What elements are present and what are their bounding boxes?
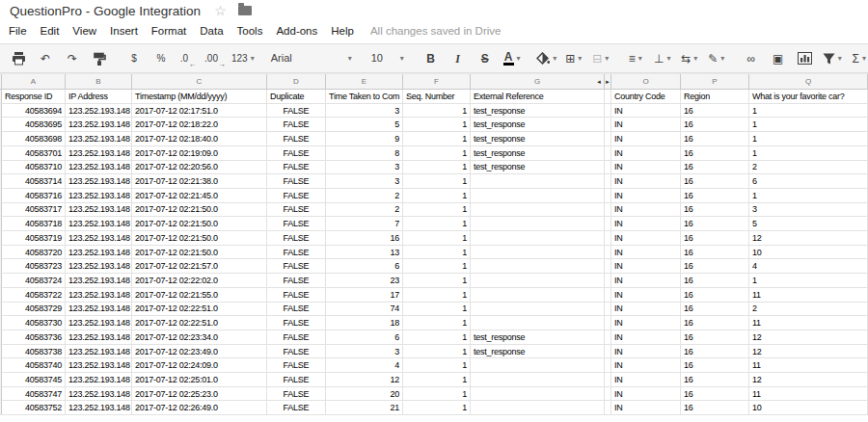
cell-D10[interactable]: FALSE xyxy=(267,217,326,230)
cell-E16[interactable]: 74 xyxy=(326,303,403,316)
hidden-columns-strip[interactable] xyxy=(605,189,611,202)
cell-D12[interactable]: FALSE xyxy=(267,246,326,259)
cell-E3[interactable]: 5 xyxy=(326,118,403,131)
cell-B13[interactable]: 123.252.193.148 xyxy=(66,259,132,273)
cell-P14[interactable]: 16 xyxy=(681,274,749,287)
cell-C21[interactable]: 2017-07-12 02:25:01.0 xyxy=(132,373,267,386)
cell-A3[interactable]: 40583695 xyxy=(2,118,66,131)
hidden-columns-strip[interactable] xyxy=(605,174,611,188)
cell-E10[interactable]: 7 xyxy=(326,217,403,230)
cell-B14[interactable]: 123.252.193.148 xyxy=(66,274,132,287)
cell-D4[interactable]: FALSE xyxy=(267,132,326,145)
cell-E19[interactable]: 3 xyxy=(326,345,403,358)
cell-C11[interactable]: 2017-07-12 02:21:50.0 xyxy=(132,231,267,245)
cell-Q5[interactable]: 1 xyxy=(749,146,868,160)
insert-comment-button[interactable]: ▣ xyxy=(765,47,792,70)
cell-D17[interactable]: FALSE xyxy=(267,316,326,330)
cell-D21[interactable]: FALSE xyxy=(267,373,326,386)
hidden-columns-strip[interactable] xyxy=(605,231,611,245)
cell-O11[interactable]: IN xyxy=(611,231,681,245)
cell-Q21[interactable]: 12 xyxy=(749,373,868,386)
cell-P8[interactable]: 16 xyxy=(681,189,749,202)
bold-button[interactable]: B xyxy=(418,47,445,70)
menu-view[interactable]: View xyxy=(66,23,103,39)
cell-Q20[interactable]: 11 xyxy=(749,358,868,372)
borders-button[interactable]: ⊞▾ xyxy=(560,47,587,70)
cell-E12[interactable]: 13 xyxy=(326,246,403,259)
hidden-columns-strip[interactable] xyxy=(605,146,611,160)
cell-G21[interactable] xyxy=(471,373,605,386)
cell-E22[interactable]: 20 xyxy=(326,387,403,401)
cell-C3[interactable]: 2017-07-12 02:18:22.0 xyxy=(132,118,267,131)
hidden-columns-strip[interactable] xyxy=(605,330,611,344)
filter-button[interactable]: ▾ xyxy=(819,47,846,70)
cell-F13[interactable]: 1 xyxy=(403,259,471,273)
cell-O18[interactable]: IN xyxy=(611,330,681,344)
cell-P16[interactable]: 16 xyxy=(681,303,749,316)
cell-G12[interactable] xyxy=(471,246,605,259)
cell-P15[interactable]: 16 xyxy=(681,288,749,302)
cell-G16[interactable] xyxy=(471,303,605,316)
cell-Q3[interactable]: 1 xyxy=(749,118,868,131)
hidden-columns-strip[interactable] xyxy=(605,90,611,103)
cell-D15[interactable]: FALSE xyxy=(267,288,326,302)
cell-O6[interactable]: IN xyxy=(611,161,681,174)
horizontal-align-button[interactable]: ≡▾ xyxy=(622,47,649,70)
cell-G9[interactable] xyxy=(471,203,605,217)
column-header-P[interactable]: P xyxy=(681,74,749,89)
cell-D23[interactable]: FALSE xyxy=(267,401,326,414)
cell-G8[interactable] xyxy=(471,189,605,202)
hidden-columns-strip[interactable] xyxy=(605,288,611,302)
cell-D20[interactable]: FALSE xyxy=(267,358,326,372)
cell-Q14[interactable]: 1 xyxy=(749,274,868,287)
cell-E7[interactable]: 3 xyxy=(326,174,403,188)
cell-C22[interactable]: 2017-07-12 02:25:23.0 xyxy=(132,387,267,401)
text-wrapping-button[interactable]: ⇆▾ xyxy=(676,47,703,70)
format-percent-button[interactable]: % xyxy=(148,47,175,70)
cell-O1[interactable]: Country Code xyxy=(611,90,681,103)
cell-C18[interactable]: 2017-07-12 02:23:34.0 xyxy=(132,330,267,344)
cell-C13[interactable]: 2017-07-12 02:21:57.0 xyxy=(132,259,267,273)
cell-C1[interactable]: Timestamp (MM/dd/yyyy) xyxy=(132,90,267,103)
cell-F10[interactable]: 1 xyxy=(403,217,471,230)
cell-B23[interactable]: 123.252.193.148 xyxy=(66,401,132,414)
cell-P4[interactable]: 16 xyxy=(681,132,749,145)
cell-P18[interactable]: 16 xyxy=(681,330,749,344)
cell-B17[interactable]: 123.252.193.148 xyxy=(66,316,132,330)
cell-F22[interactable]: 1 xyxy=(403,387,471,401)
cell-P7[interactable]: 16 xyxy=(681,174,749,188)
column-header-G[interactable]: G◄ xyxy=(471,74,605,89)
cell-E1[interactable]: Time Taken to Com xyxy=(326,90,403,103)
cell-C9[interactable]: 2017-07-12 02:21:50.0 xyxy=(132,203,267,217)
cell-Q22[interactable]: 11 xyxy=(749,387,868,401)
cell-P1[interactable]: Region xyxy=(681,90,749,103)
menu-addons[interactable]: Add-ons xyxy=(269,23,324,39)
cell-A9[interactable]: 40583717 xyxy=(2,203,66,217)
cell-P19[interactable]: 16 xyxy=(681,345,749,358)
cell-F6[interactable]: 1 xyxy=(403,161,471,174)
cell-C6[interactable]: 2017-07-12 02:20:56.0 xyxy=(132,161,267,174)
cell-G15[interactable] xyxy=(471,288,605,302)
cell-O12[interactable]: IN xyxy=(611,246,681,259)
cell-B9[interactable]: 123.252.193.148 xyxy=(66,203,132,217)
cell-O4[interactable]: IN xyxy=(611,132,681,145)
cell-D6[interactable]: FALSE xyxy=(267,161,326,174)
cell-G7[interactable] xyxy=(471,174,605,188)
cell-G1[interactable]: External Reference xyxy=(471,90,605,103)
cell-Q16[interactable]: 2 xyxy=(749,303,868,316)
cell-D7[interactable]: FALSE xyxy=(267,174,326,188)
cell-B4[interactable]: 123.252.193.148 xyxy=(66,132,132,145)
undo-button[interactable]: ↶ xyxy=(32,47,59,70)
cell-E14[interactable]: 23 xyxy=(326,274,403,287)
column-header-C[interactable]: C xyxy=(132,74,267,89)
cell-Q11[interactable]: 12 xyxy=(749,231,868,245)
hidden-columns-strip[interactable] xyxy=(605,316,611,330)
cell-C16[interactable]: 2017-07-12 02:22:51.0 xyxy=(132,303,267,316)
hidden-columns-expand-left-icon[interactable]: ◄ xyxy=(596,79,602,85)
strikethrough-button[interactable]: S xyxy=(472,47,499,70)
cell-O5[interactable]: IN xyxy=(611,146,681,160)
hidden-columns-strip[interactable] xyxy=(605,217,611,230)
cell-A13[interactable]: 40583723 xyxy=(2,259,66,273)
cell-E17[interactable]: 18 xyxy=(326,316,403,330)
redo-button[interactable]: ↷ xyxy=(59,47,86,70)
